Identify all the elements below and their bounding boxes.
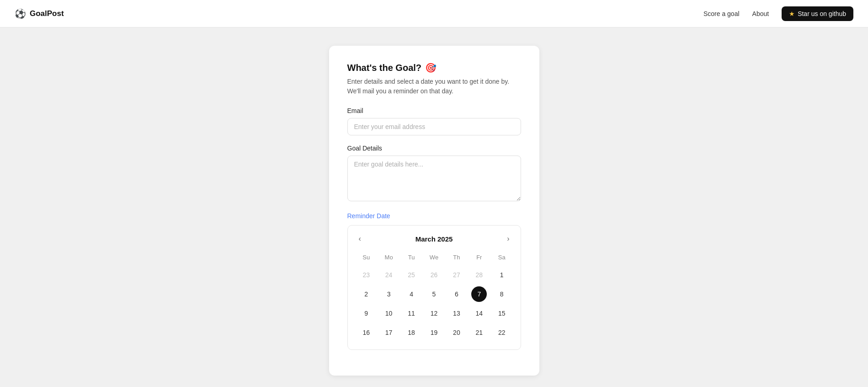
- calendar-week-row: 2324252627281: [355, 265, 513, 285]
- score-a-goal-link[interactable]: Score a goal: [703, 10, 740, 17]
- calendar-day-header: Sa: [490, 252, 513, 265]
- calendar-day[interactable]: 14: [471, 306, 487, 321]
- calendar-week-row: 2345678: [355, 285, 513, 304]
- calendar-day-cell: 16: [355, 323, 378, 342]
- calendar-day[interactable]: 15: [494, 306, 510, 321]
- calendar-day-cell: 15: [490, 304, 513, 323]
- calendar: ‹ March 2025 › SuMoTuWeThFrSa 2324252627…: [347, 225, 521, 350]
- calendar-day-cell: 8: [490, 285, 513, 304]
- reminder-date-label: Reminder Date: [347, 212, 521, 220]
- goal-form-card: What's the Goal? 🎯 Enter details and sel…: [329, 46, 539, 376]
- email-label: Email: [347, 107, 521, 114]
- calendar-day[interactable]: 20: [449, 325, 464, 340]
- calendar-day[interactable]: 6: [449, 286, 464, 302]
- star-button-label: Star us on github: [798, 10, 846, 17]
- card-description: Enter details and select a date you want…: [347, 77, 521, 96]
- target-icon: 🎯: [425, 62, 437, 73]
- email-input[interactable]: [347, 118, 521, 135]
- calendar-day-header: Fr: [468, 252, 490, 265]
- calendar-day-cell: 3: [378, 285, 400, 304]
- calendar-day[interactable]: 21: [471, 325, 487, 340]
- card-title: What's the Goal? 🎯: [347, 62, 521, 73]
- logo: ⚽ GoalPost: [15, 8, 64, 19]
- calendar-day-cell: 24: [378, 265, 400, 285]
- calendar-day-header: Th: [445, 252, 468, 265]
- logo-icon: ⚽: [15, 8, 26, 19]
- calendar-day-header: We: [423, 252, 445, 265]
- nav: Score a goal About ★ Star us on github: [703, 6, 853, 21]
- calendar-day-cell: 6: [445, 285, 468, 304]
- calendar-day[interactable]: 10: [381, 306, 397, 321]
- calendar-day-cell: 26: [423, 265, 445, 285]
- calendar-week-row: 16171819202122: [355, 323, 513, 342]
- calendar-day[interactable]: 5: [426, 286, 442, 302]
- card-title-text: What's the Goal?: [347, 63, 422, 73]
- calendar-day-cell: 13: [445, 304, 468, 323]
- calendar-day-cell: 25: [400, 265, 422, 285]
- calendar-day-cell: 14: [468, 304, 490, 323]
- calendar-day-cell: 11: [400, 304, 422, 323]
- calendar-day[interactable]: 26: [426, 267, 442, 283]
- calendar-day[interactable]: 1: [494, 267, 510, 283]
- goal-details-label: Goal Details: [347, 145, 521, 152]
- calendar-week-row: 9101112131415: [355, 304, 513, 323]
- calendar-day-cell: 1: [490, 265, 513, 285]
- calendar-day[interactable]: 17: [381, 325, 397, 340]
- calendar-month-title: March 2025: [415, 235, 453, 243]
- calendar-day-cell: 18: [400, 323, 422, 342]
- goal-details-input[interactable]: [347, 156, 521, 201]
- calendar-day-cell: 20: [445, 323, 468, 342]
- email-group: Email: [347, 107, 521, 135]
- about-link[interactable]: About: [752, 10, 769, 17]
- star-github-button[interactable]: ★ Star us on github: [782, 6, 853, 21]
- calendar-day-header: Su: [355, 252, 378, 265]
- calendar-day-cell: 19: [423, 323, 445, 342]
- calendar-day-cell: 4: [400, 285, 422, 304]
- calendar-day[interactable]: 7: [471, 286, 487, 302]
- calendar-day[interactable]: 9: [358, 306, 374, 321]
- calendar-day[interactable]: 24: [381, 267, 397, 283]
- calendar-day-cell: 21: [468, 323, 490, 342]
- calendar-day-cell: 22: [490, 323, 513, 342]
- calendar-day[interactable]: 27: [449, 267, 464, 283]
- calendar-day-header: Mo: [378, 252, 400, 265]
- calendar-day[interactable]: 28: [471, 267, 487, 283]
- calendar-day-cell: 9: [355, 304, 378, 323]
- header: ⚽ GoalPost Score a goal About ★ Star us …: [0, 0, 868, 27]
- next-month-button[interactable]: ›: [503, 233, 513, 245]
- star-icon: ★: [789, 10, 795, 17]
- calendar-day[interactable]: 16: [358, 325, 374, 340]
- calendar-day[interactable]: 8: [494, 286, 510, 302]
- main-content: What's the Goal? 🎯 Enter details and sel…: [0, 27, 868, 387]
- calendar-day[interactable]: 18: [404, 325, 419, 340]
- calendar-day[interactable]: 13: [449, 306, 464, 321]
- calendar-day-cell: 10: [378, 304, 400, 323]
- calendar-day-cell: 17: [378, 323, 400, 342]
- calendar-day-cell: 7: [468, 285, 490, 304]
- calendar-grid: SuMoTuWeThFrSa 2324252627281234567891011…: [355, 252, 513, 342]
- prev-month-button[interactable]: ‹: [355, 233, 365, 245]
- calendar-day-cell: 5: [423, 285, 445, 304]
- calendar-day[interactable]: 2: [358, 286, 374, 302]
- calendar-day-cell: 12: [423, 304, 445, 323]
- calendar-day[interactable]: 22: [494, 325, 510, 340]
- calendar-day[interactable]: 4: [404, 286, 419, 302]
- calendar-day[interactable]: 19: [426, 325, 442, 340]
- goal-details-group: Goal Details: [347, 145, 521, 203]
- calendar-day[interactable]: 12: [426, 306, 442, 321]
- reminder-date-group: Reminder Date ‹ March 2025 › SuMoTuWeThF…: [347, 212, 521, 350]
- calendar-day[interactable]: 25: [404, 267, 419, 283]
- calendar-day[interactable]: 23: [358, 267, 374, 283]
- calendar-day-cell: 2: [355, 285, 378, 304]
- calendar-day[interactable]: 11: [404, 306, 419, 321]
- calendar-day[interactable]: 3: [381, 286, 397, 302]
- calendar-day-header: Tu: [400, 252, 422, 265]
- calendar-header: ‹ March 2025 ›: [355, 233, 513, 245]
- logo-text: GoalPost: [30, 9, 64, 18]
- calendar-day-cell: 27: [445, 265, 468, 285]
- calendar-day-cell: 23: [355, 265, 378, 285]
- calendar-day-cell: 28: [468, 265, 490, 285]
